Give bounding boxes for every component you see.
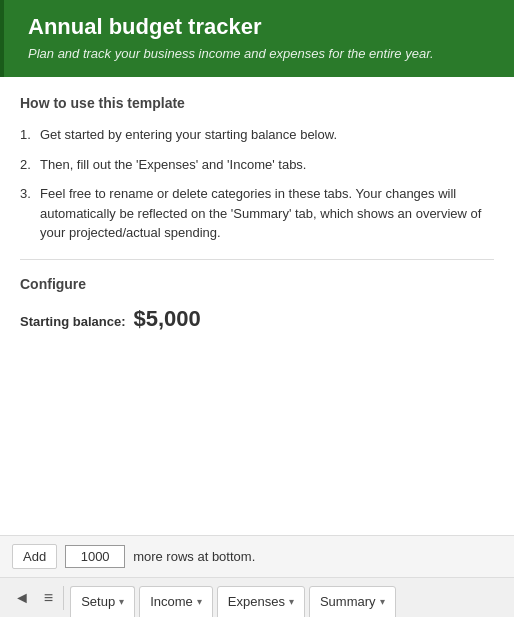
tab-income-label: Income (150, 594, 193, 609)
list-item-num: 2. (20, 155, 40, 175)
list-item-num: 3. (20, 184, 40, 204)
tab-summary[interactable]: Summary ▾ (309, 586, 396, 618)
chevron-down-icon: ▾ (289, 596, 294, 607)
tab-income[interactable]: Income ▾ (139, 586, 213, 618)
list-item-text: Then, fill out the 'Expenses' and 'Incom… (40, 155, 306, 175)
instructions-list: 1. Get started by entering your starting… (20, 125, 494, 243)
list-item: 2. Then, fill out the 'Expenses' and 'In… (20, 155, 494, 175)
chevron-down-icon: ▾ (119, 596, 124, 607)
list-item-text: Get started by entering your starting ba… (40, 125, 337, 145)
tab-bar: ◄ ≡ Setup ▾ Income ▾ Expenses ▾ Summary … (0, 577, 514, 617)
add-rows-bar: Add more rows at bottom. (0, 535, 514, 577)
configure-section: Configure Starting balance: $5,000 (20, 276, 494, 342)
configure-title: Configure (20, 276, 494, 292)
tab-setup[interactable]: Setup ▾ (70, 586, 135, 618)
list-item: 1. Get started by entering your starting… (20, 125, 494, 145)
add-rows-input[interactable] (65, 545, 125, 568)
list-item: 3. Feel free to rename or delete categor… (20, 184, 494, 243)
page-header: Annual budget tracker Plan and track you… (0, 0, 514, 77)
section-divider (20, 259, 494, 260)
balance-label: Starting balance: (20, 314, 125, 329)
tab-summary-label: Summary (320, 594, 376, 609)
tab-expenses[interactable]: Expenses ▾ (217, 586, 305, 618)
menu-icon[interactable]: ≡ (38, 589, 59, 607)
tab-separator (63, 586, 64, 610)
balance-value: $5,000 (133, 306, 200, 332)
chevron-down-icon: ▾ (197, 596, 202, 607)
add-rows-button[interactable]: Add (12, 544, 57, 569)
tab-setup-label: Setup (81, 594, 115, 609)
arrow-left-icon[interactable]: ◄ (6, 589, 38, 607)
chevron-down-icon: ▾ (380, 596, 385, 607)
add-rows-label: more rows at bottom. (133, 549, 255, 564)
page-title: Annual budget tracker (28, 14, 496, 40)
list-item-num: 1. (20, 125, 40, 145)
main-content: How to use this template 1. Get started … (0, 77, 514, 535)
instructions-title: How to use this template (20, 95, 494, 111)
list-item-text: Feel free to rename or delete categories… (40, 184, 494, 243)
balance-row: Starting balance: $5,000 (20, 306, 494, 332)
page-subtitle: Plan and track your business income and … (28, 46, 496, 61)
tab-expenses-label: Expenses (228, 594, 285, 609)
